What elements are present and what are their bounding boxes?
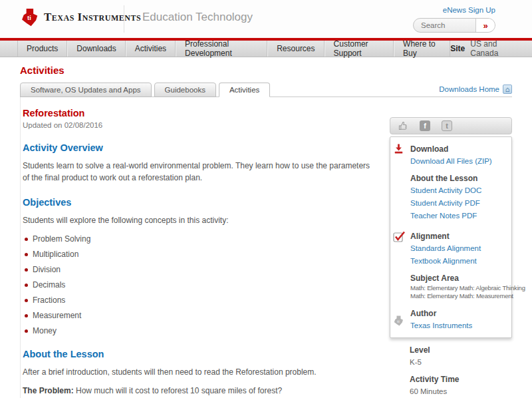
nav-item-professional-development[interactable]: Professional Development (176, 41, 267, 57)
list-item: Problem Solving (23, 234, 378, 244)
alignment-section: Alignment Standards Alignment Textbook A… (410, 232, 507, 265)
nav-item-where-to-buy[interactable]: Where to Buy (394, 41, 450, 57)
activity-title: Reforestation (23, 108, 378, 118)
site-tagline: Education Technology (142, 11, 253, 24)
problem-label: The Problem: (23, 386, 74, 395)
activity-time-section: Activity Time 60 Minutes (410, 375, 508, 395)
nav-item-activities[interactable]: Activities (126, 41, 176, 57)
tab-activities[interactable]: Activities (219, 83, 270, 97)
nav-item-resources[interactable]: Resources (267, 41, 324, 57)
subject-area-heading: Subject Area (410, 274, 507, 283)
site-header: ti Texas Instruments Education Technolog… (0, 0, 532, 38)
home-icon: ⌂ (503, 85, 512, 94)
list-item: Multiplication (23, 250, 378, 259)
level-heading: Level (410, 345, 508, 355)
about-lesson-files-heading: About the Lesson (410, 174, 507, 183)
student-activity-pdf-link[interactable]: Student Activity PDF (410, 199, 507, 207)
section-about-the-lesson: About the Lesson (23, 349, 378, 359)
resource-panel: Download Download All Files (ZIP) About … (390, 136, 512, 338)
facebook-icon[interactable]: f (420, 120, 430, 131)
list-item: Fractions (23, 296, 378, 305)
ti-author-icon: ti (393, 315, 404, 326)
site-label: Site (450, 44, 465, 53)
subject-area-line: Math: Elementary Math: Algebraic Thinkin… (410, 284, 507, 292)
about-paragraph-1: After a brief introduction, students wil… (23, 366, 378, 378)
download-section: Download Download All Files (ZIP) (410, 144, 507, 165)
header-divider (124, 5, 124, 33)
nav-item-products[interactable]: Products (17, 41, 67, 57)
objectives-list: Problem Solving Multiplication Division … (23, 234, 378, 335)
about-problem: The Problem: How much will it cost to re… (23, 385, 378, 397)
brand-name: Texas Instruments (44, 11, 141, 24)
student-activity-doc-link[interactable]: Student Activity DOC (410, 186, 507, 194)
download-heading: Download (410, 144, 507, 154)
enews-signup-link[interactable]: eNews Sign Up (443, 6, 495, 14)
social-bar: f t (390, 117, 512, 134)
download-all-files-link[interactable]: Download All Files (ZIP) (410, 157, 507, 165)
teacher-notes-pdf-link[interactable]: Teacher Notes PDF (410, 212, 507, 220)
updated-date: Updated on 02/08/2016 (23, 121, 378, 129)
activity-time-heading: Activity Time (410, 375, 508, 384)
author-section: ti Author Texas Instruments (410, 309, 507, 329)
about-lesson-files-section: About the Lesson Student Activity DOC St… (410, 174, 507, 220)
standards-alignment-link[interactable]: Standards Alignment (410, 244, 507, 252)
downloads-home-label: Downloads Home (439, 85, 499, 93)
page-title: Activities (20, 65, 532, 76)
author-link[interactable]: Texas Instruments (410, 321, 507, 329)
nav-item-downloads[interactable]: Downloads (67, 41, 125, 57)
tab-guidebooks[interactable]: Guidebooks (154, 83, 216, 97)
list-item: Division (23, 265, 378, 274)
list-item: Measurement (23, 311, 378, 320)
svg-text:ti: ti (397, 319, 400, 323)
svg-text:ti: ti (27, 14, 31, 21)
tab-bar: Software, OS Updates and Apps Guidebooks… (20, 82, 512, 97)
article: Reforestation Updated on 02/08/2016 Acti… (21, 97, 390, 398)
list-item: Money (23, 326, 378, 335)
thumbs-up-icon[interactable] (398, 120, 408, 131)
page: ti Texas Instruments Education Technolog… (0, 0, 532, 398)
list-item: Decimals (23, 280, 378, 290)
sidebar: f t Download Download All Files (ZIP) Ab… (390, 117, 512, 398)
tab-software-os-updates[interactable]: Software, OS Updates and Apps (20, 83, 152, 97)
site-selector: Site US and Canada (450, 41, 532, 57)
checkmark-icon (393, 230, 406, 243)
nav-item-customer-support[interactable]: Customer Support (325, 41, 394, 57)
section-objectives: Objectives (23, 197, 378, 208)
level-section: Level K-5 (410, 345, 508, 366)
tab-content: Reforestation Updated on 02/08/2016 Acti… (20, 97, 512, 398)
search-box: » (413, 18, 495, 33)
main-nav: Products Downloads Activities Profession… (0, 41, 532, 57)
subject-area-section: Subject Area Math: Elementary Math: Alge… (410, 274, 507, 300)
downloads-home-link[interactable]: Downloads Home ⌂ (439, 85, 512, 94)
search-input[interactable] (414, 19, 475, 32)
ti-logo[interactable]: ti Texas Instruments (20, 8, 141, 27)
details-panel: Level K-5 Activity Time 60 Minutes Devic… (390, 338, 512, 398)
search-submit-button[interactable]: » (475, 19, 495, 32)
alignment-heading: Alignment (410, 232, 507, 241)
problem-text: How much will it cost to reforest 10 squ… (74, 386, 282, 395)
author-heading: Author (410, 309, 507, 318)
download-icon (393, 143, 404, 154)
textbook-alignment-link[interactable]: Textbook Alignment (410, 257, 507, 265)
activity-time-value: 60 Minutes (410, 387, 508, 395)
objectives-intro: Students will explore the following conc… (23, 214, 378, 226)
subject-area-line: Math: Elementary Math: Measurement (410, 292, 507, 300)
twitter-icon[interactable]: t (442, 120, 452, 131)
overview-text: Students learn to solve a real-world env… (23, 160, 378, 184)
site-region[interactable]: US and Canada (470, 39, 511, 58)
search-submit-icon: » (483, 21, 487, 30)
section-activity-overview: Activity Overview (23, 142, 378, 153)
level-value: K-5 (410, 358, 508, 366)
ti-texas-icon: ti (20, 8, 39, 27)
